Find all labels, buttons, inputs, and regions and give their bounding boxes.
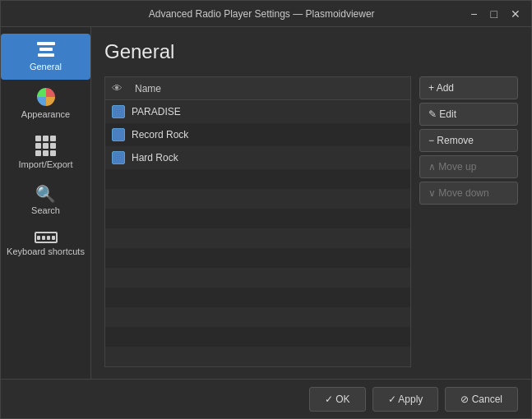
maximize-button[interactable]: □: [487, 7, 502, 21]
general-icon: [35, 42, 57, 58]
stations-table: 👁 Name PARADISE Record Rock: [104, 76, 411, 367]
sidebar-item-general[interactable]: General: [1, 34, 90, 80]
name-column-header: Name: [135, 83, 161, 94]
row-color-icon: [112, 151, 125, 164]
move-down-button[interactable]: ∨ Move down: [419, 182, 518, 205]
table-header: 👁 Name: [105, 77, 410, 100]
action-buttons: + Add ✎ Edit − Remove ∧ Move up ∨ Move d…: [419, 76, 518, 367]
visibility-column-header: 👁: [112, 82, 128, 94]
table-row[interactable]: Hard Rock: [105, 146, 410, 169]
apply-button[interactable]: ✓ Apply: [372, 387, 439, 412]
table-row-empty: [105, 288, 410, 307]
edit-button[interactable]: ✎ Edit: [419, 103, 518, 126]
table-row-empty: [105, 189, 410, 209]
sidebar-item-importexport-label: Import/Export: [18, 159, 72, 169]
ok-button[interactable]: ✓ OK: [309, 387, 366, 412]
table-row[interactable]: PARADISE: [105, 100, 410, 123]
table-row-empty: [105, 307, 410, 327]
sidebar-item-keyboard-shortcuts[interactable]: Keyboard shortcuts: [1, 223, 90, 265]
row-color-icon: [112, 128, 125, 141]
row-name: PARADISE: [132, 106, 181, 117]
sidebar-item-import-export[interactable]: Import/Export: [1, 127, 90, 177]
table-row-empty: [105, 209, 410, 228]
search-icon: 🔍: [35, 186, 56, 202]
table-row-empty: [105, 327, 410, 347]
sidebar-item-general-label: General: [30, 62, 62, 71]
cancel-button[interactable]: ⊘ Cancel: [445, 387, 518, 412]
row-name: Record Rock: [132, 129, 188, 140]
table-rows: PARADISE Record Rock Hard Rock: [105, 100, 410, 366]
sidebar-item-search-label: Search: [31, 205, 60, 215]
table-row-empty: [105, 228, 410, 248]
sidebar-item-appearance[interactable]: Appearance: [1, 80, 90, 127]
importexport-icon: [35, 136, 56, 156]
main-window: Advanced Radio Player Settings — Plasmoi…: [0, 0, 532, 419]
keyboard-icon: [35, 232, 58, 243]
sidebar-item-search[interactable]: 🔍 Search: [1, 177, 90, 223]
page-title: General: [104, 40, 518, 63]
row-name: Hard Rock: [132, 152, 178, 163]
remove-button[interactable]: − Remove: [419, 129, 518, 152]
table-row-empty: [105, 169, 410, 189]
sidebar-item-appearance-label: Appearance: [21, 109, 70, 119]
table-row-empty: [105, 268, 410, 288]
row-color-icon: [112, 105, 125, 118]
window-title: Advanced Radio Player Settings — Plasmoi…: [57, 8, 466, 20]
content-area: General Appearance Import/Export: [1, 27, 531, 379]
table-row-empty: [105, 248, 410, 268]
table-row[interactable]: Record Rock: [105, 123, 410, 146]
sidebar: General Appearance Import/Export: [1, 27, 91, 379]
sidebar-item-keyboard-label: Keyboard shortcuts: [7, 246, 85, 256]
move-up-button[interactable]: ∧ Move up: [419, 155, 518, 178]
main-content: 👁 Name PARADISE Record Rock: [104, 76, 518, 367]
title-bar: Advanced Radio Player Settings — Plasmoi…: [1, 1, 531, 27]
close-button[interactable]: ✕: [507, 7, 525, 21]
bottom-bar: ✓ OK ✓ Apply ⊘ Cancel: [1, 379, 531, 418]
table-row-empty: [105, 347, 410, 366]
add-button[interactable]: + Add: [419, 76, 518, 99]
appearance-icon: [37, 88, 55, 106]
minimize-button[interactable]: −: [466, 7, 481, 21]
window-controls: − □ ✕: [466, 7, 525, 21]
main-area: General 👁 Name PARADISE: [91, 27, 531, 379]
